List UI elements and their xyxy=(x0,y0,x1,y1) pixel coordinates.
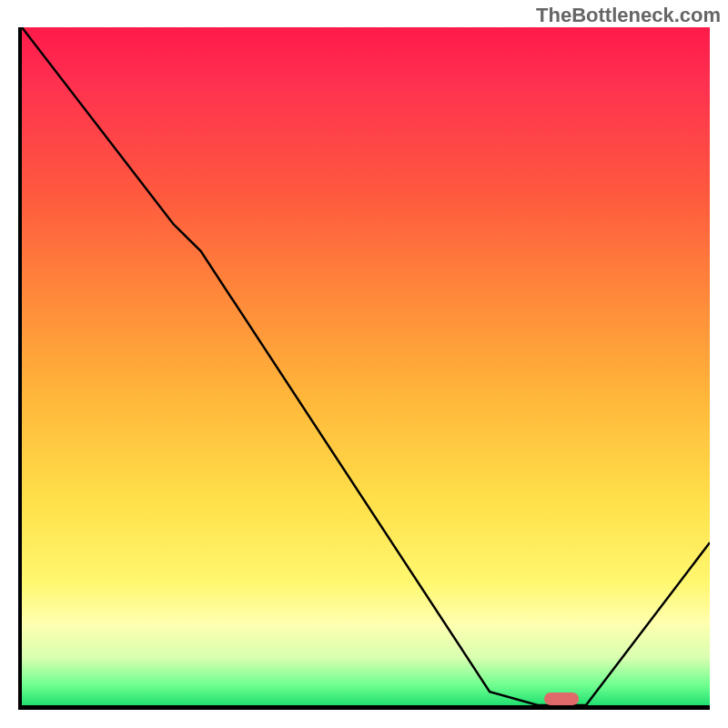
chart-container: TheBottleneck.com xyxy=(0,0,728,728)
curve-svg xyxy=(22,27,710,705)
plot-area xyxy=(18,27,710,710)
bottleneck-curve xyxy=(22,27,710,705)
optimum-marker xyxy=(544,693,579,705)
watermark-text: TheBottleneck.com xyxy=(536,4,721,27)
